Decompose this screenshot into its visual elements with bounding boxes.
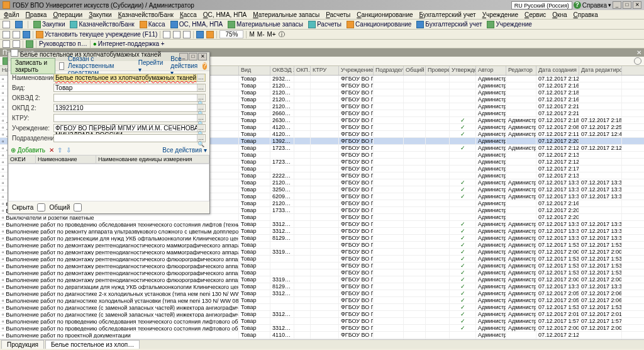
menu-item[interactable]: Справка xyxy=(574,11,598,18)
menu-item[interactable]: Учреждение xyxy=(482,11,518,18)
zoom-value[interactable]: 75% xyxy=(219,30,243,38)
grid-col-header[interactable]: Дата создания xyxy=(536,66,579,75)
menu-item[interactable]: Файл xyxy=(4,11,19,18)
table-row[interactable]: ▫ Выполнение работ по демонтажу рентгено… xyxy=(0,276,644,283)
nav-settlements[interactable]: Расчеты xyxy=(308,21,341,28)
table-row[interactable]: ▫ Выполнение работ по диагностике (с зам… xyxy=(0,311,644,318)
tb-icon-8[interactable] xyxy=(206,31,214,38)
table-row[interactable]: ▫ Выполнение работ по проведению обследо… xyxy=(0,325,644,332)
okpd-input[interactable]: 13921210…🔍 xyxy=(53,104,206,112)
tb-icon-5[interactable] xyxy=(173,31,180,38)
save-and-close-button[interactable]: Записать и закрыть xyxy=(11,58,55,74)
tb-icon-4[interactable] xyxy=(163,31,170,38)
nav-first-icon[interactable]: M xyxy=(249,31,254,38)
sub-delete-icon[interactable]: ✕ xyxy=(49,147,54,154)
table-row[interactable]: ▫ Выполнение работ по диагностике (с зам… xyxy=(0,304,644,311)
dialog-close-button[interactable]: ✕ xyxy=(198,53,207,60)
tb-icon-1[interactable] xyxy=(3,31,10,38)
dialog-save-icon[interactable] xyxy=(59,62,64,70)
vid-picker-button[interactable]: … xyxy=(197,84,204,91)
table-row[interactable]: ▫ Выполнение работ по ремонту аппарата у… xyxy=(0,228,644,235)
grid-col-header[interactable]: Автор xyxy=(476,66,506,75)
table-row[interactable]: ▫ Выполнение работ по диагностике холоди… xyxy=(0,297,644,304)
sub-col-name[interactable]: Наименование xyxy=(36,155,96,163)
inst-input[interactable]: ФГБОУ ВО ПЕРВЫЙ МГМУ ИМ.И.М. СЕЧЕНОВА МИ… xyxy=(53,124,206,132)
link-icon-2[interactable] xyxy=(13,40,20,48)
dialog-help-icon[interactable]: ? xyxy=(203,62,208,70)
shared-checkbox[interactable] xyxy=(74,203,82,212)
sub-col-unit[interactable]: Наименование единицы измерения xyxy=(96,155,209,163)
tb-icon-6[interactable] xyxy=(183,31,191,38)
grid-col-header[interactable]: Вид xyxy=(239,66,270,75)
table-row[interactable]: ▫ Выполнение работ по реконструкции и те… xyxy=(0,339,644,339)
grid-col-header[interactable]: Редактор xyxy=(506,66,536,75)
nav-institution[interactable]: Учреждение xyxy=(487,21,531,28)
grid-col-header[interactable]: Подразделение xyxy=(374,66,404,75)
table-row[interactable]: ▫ Выполнение работ по демонтажу рентгено… xyxy=(0,262,644,269)
maximize-button[interactable]: □ xyxy=(623,1,631,9)
table-row[interactable]: ▫ Выполнение работ по проведению обследо… xyxy=(0,221,644,228)
name-picker-button[interactable]: … xyxy=(197,74,204,81)
menu-item[interactable]: Правка xyxy=(26,11,47,18)
grid-col-header[interactable]: ОКП… xyxy=(294,66,311,75)
manual-link[interactable]: Руководство п… xyxy=(39,40,87,47)
new-icon[interactable] xyxy=(3,21,10,28)
search-icon[interactable] xyxy=(634,57,641,65)
nav-materials[interactable]: Материальные запасы xyxy=(228,21,303,28)
tab-products[interactable]: Продукция xyxy=(1,340,44,349)
vid-input[interactable]: Товар… xyxy=(53,84,206,92)
sub-grid-body[interactable] xyxy=(8,164,209,201)
grid-col-header[interactable]: Учреждение xyxy=(339,66,374,75)
sub-add-button[interactable]: ⊕ Добавить xyxy=(11,147,45,154)
goto-link[interactable]: Перейти ▾ xyxy=(138,59,164,73)
nav-sanction[interactable]: Санкционирование xyxy=(347,21,411,28)
link-icon-3[interactable] xyxy=(26,40,33,48)
menu-item[interactable]: Казначейство/Банк xyxy=(118,11,174,18)
sub-down-icon[interactable]: ⇩ xyxy=(66,147,71,154)
nav-next-icon[interactable]: M+ xyxy=(267,31,275,38)
close-button[interactable]: ✕ xyxy=(633,1,641,9)
menu-item[interactable]: Окна xyxy=(552,11,567,18)
nav-os[interactable]: ОС, НМА, НПА xyxy=(170,21,223,28)
okved-input[interactable]: …🔍 xyxy=(53,94,206,102)
name-input[interactable]: Белье постельное из хлопчатобумажных тка… xyxy=(53,74,206,82)
sub-col-okei[interactable]: ОКЕИ xyxy=(8,155,36,163)
menu-item[interactable]: Касса xyxy=(180,11,197,18)
sub-all-actions[interactable]: Все действия ▾ xyxy=(162,147,207,154)
menu-item[interactable]: Расчеты xyxy=(326,11,350,18)
table-row[interactable]: ▫ Выполнение работ по дератизации для ну… xyxy=(0,283,644,290)
set-institution-button[interactable]: Установить текущее учреждение (F11) xyxy=(36,31,157,38)
table-row[interactable]: ▫ Выполнение работ по демонтажу рентгено… xyxy=(0,269,644,276)
tb-icon-7[interactable] xyxy=(196,31,204,38)
nav-accounting[interactable]: Бухгалтерский учет xyxy=(416,21,482,28)
menu-item[interactable]: Материальные запасы xyxy=(253,11,319,18)
table-row[interactable]: ▫ Выполнение работ по проведению обследо… xyxy=(0,318,644,325)
nav-treasury[interactable]: Казначейство/Банк xyxy=(70,21,134,28)
menu-item[interactable]: Сервис xyxy=(525,11,546,18)
help-button[interactable]: ?Справка ▾ xyxy=(574,1,611,9)
dept-input[interactable]: …🔍 xyxy=(53,134,206,142)
menu-item[interactable]: ОС, НМА, НПА xyxy=(203,11,247,18)
table-row[interactable]: ▫ Выполнение работ по диагностике 2-х хо… xyxy=(0,290,644,297)
okved-picker-button[interactable]: …🔍 xyxy=(197,94,204,101)
ktru-picker-button[interactable]: …🔍 xyxy=(197,115,204,121)
table-row[interactable]: ▫ Выполнение работ по демонтажу рентгено… xyxy=(0,242,644,249)
language-selector[interactable]: RU Русский (Россия) xyxy=(511,1,572,9)
grid-col-header[interactable]: КТРУ xyxy=(311,66,339,75)
menu-item[interactable]: Закупки xyxy=(89,11,111,18)
tab-item[interactable]: Белье постельное из хлоп… xyxy=(45,340,140,349)
grid-col-header[interactable]: ОКВЭД 2 xyxy=(270,66,294,75)
nav-last-icon[interactable]: ⓘ xyxy=(279,30,285,39)
nav-cash[interactable]: Касса xyxy=(140,21,165,28)
inst-picker-button[interactable]: …🔍 xyxy=(197,125,204,132)
hidden-checkbox[interactable] xyxy=(37,203,45,212)
table-row[interactable]: ▫ Выполнение работ по дезинсекции для ну… xyxy=(0,235,644,242)
nav-prev-icon[interactable]: M- xyxy=(257,31,265,38)
calc-icon[interactable] xyxy=(15,21,23,28)
menu-item[interactable]: Бухгалтерский учет xyxy=(419,11,476,18)
menu-item[interactable]: Операции xyxy=(53,11,82,18)
dept-picker-button[interactable]: …🔍 xyxy=(197,135,204,142)
grid-col-header[interactable]: Общий xyxy=(404,66,426,75)
table-row[interactable]: ▫ Выключатели и розетки пакетныеТоварФГБ… xyxy=(0,214,644,221)
support-link[interactable]: ●Интернет-поддержка + xyxy=(93,40,165,47)
